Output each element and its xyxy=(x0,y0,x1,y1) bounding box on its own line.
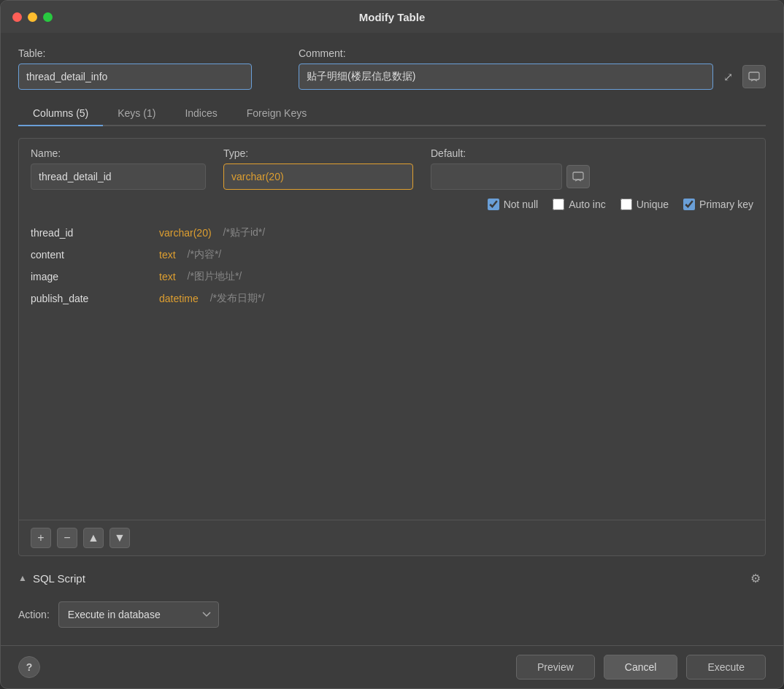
help-button[interactable]: ? xyxy=(18,656,40,678)
checkboxes-row: Not null Auto inc Unique Primary key xyxy=(19,196,765,219)
preview-button[interactable]: Preview xyxy=(516,655,595,680)
type-field-group: Type: xyxy=(223,147,413,190)
top-row: Table: Comment: ⤢ xyxy=(18,47,766,90)
move-up-button[interactable]: ▲ xyxy=(83,528,104,548)
collapse-arrow[interactable]: ▲ xyxy=(18,573,27,583)
remove-column-button[interactable]: − xyxy=(57,528,77,548)
move-down-button[interactable]: ▼ xyxy=(109,528,130,548)
tabs: Columns (5) Keys (1) Indices Foreign Key… xyxy=(18,101,766,126)
column-default-input[interactable] xyxy=(431,163,562,190)
tab-columns[interactable]: Columns (5) xyxy=(18,101,103,125)
close-button[interactable] xyxy=(12,12,22,22)
auto-inc-checkbox[interactable]: Auto inc xyxy=(553,199,606,210)
svg-rect-1 xyxy=(573,172,583,180)
table-label: Table: xyxy=(18,47,281,59)
not-null-checkbox[interactable]: Not null xyxy=(488,199,538,210)
table-row[interactable]: publish_date datetime /*发布日期*/ xyxy=(31,288,753,309)
cancel-button[interactable]: Cancel xyxy=(604,655,678,680)
tab-keys[interactable]: Keys (1) xyxy=(103,101,170,125)
minimize-button[interactable] xyxy=(28,12,37,22)
expand-icon[interactable]: ⤢ xyxy=(718,66,738,87)
svg-rect-0 xyxy=(749,72,759,80)
unique-checkbox[interactable]: Unique xyxy=(620,199,669,210)
traffic-lights xyxy=(12,12,53,22)
sql-title: SQL Script xyxy=(33,572,85,585)
sql-section: ▲ SQL Script ⚙ Action: Execute in databa… xyxy=(18,565,766,631)
data-rows: thread_id varchar(20) /*贴子id*/ content t… xyxy=(19,219,765,520)
comment-label: Comment: xyxy=(299,47,766,59)
comment-field-row: ⤢ xyxy=(299,63,766,90)
comment-input[interactable] xyxy=(299,63,713,90)
default-field-group: Default: xyxy=(431,147,591,190)
table-row[interactable]: thread_id varchar(20) /*贴子id*/ xyxy=(31,222,753,244)
sql-header: ▲ SQL Script ⚙ xyxy=(18,565,766,591)
window-title: Modify Table xyxy=(359,11,426,23)
name-field-label: Name: xyxy=(31,147,206,159)
action-row: Action: Execute in database Preview only… xyxy=(18,598,766,631)
default-input-row xyxy=(431,163,591,190)
column-fields: Name: Type: Default: xyxy=(19,139,765,196)
execute-button[interactable]: Execute xyxy=(686,655,766,680)
maximize-button[interactable] xyxy=(43,12,53,22)
tab-indices[interactable]: Indices xyxy=(170,101,231,125)
column-name-input[interactable] xyxy=(31,163,206,190)
type-field-label: Type: xyxy=(223,147,413,159)
action-buttons: Preview Cancel Execute xyxy=(516,655,766,680)
main-content: Table: Comment: ⤢ xyxy=(1,33,783,645)
name-field-group: Name: xyxy=(31,147,206,190)
add-column-button[interactable]: + xyxy=(31,528,51,548)
column-type-input[interactable] xyxy=(223,163,413,190)
sql-settings-button[interactable]: ⚙ xyxy=(745,568,766,588)
comment-icon-btn[interactable] xyxy=(742,65,766,88)
table-row[interactable]: content text /*内容*/ xyxy=(31,244,753,266)
titlebar: Modify Table xyxy=(1,1,783,33)
table-row[interactable]: image text /*图片地址*/ xyxy=(31,266,753,288)
comment-group: Comment: ⤢ xyxy=(299,47,766,90)
editor-section: Name: Type: Default: xyxy=(18,138,766,556)
default-field-label: Default: xyxy=(431,147,591,159)
action-select[interactable]: Execute in database Preview only Save to… xyxy=(58,601,219,628)
bottom-bar: ? Preview Cancel Execute xyxy=(1,645,783,688)
table-name-group: Table: xyxy=(18,47,281,90)
default-comment-btn[interactable] xyxy=(566,165,590,188)
table-name-input[interactable] xyxy=(18,63,252,90)
modify-table-window: Modify Table Table: Comment: ⤢ xyxy=(0,0,784,689)
sql-title-row: ▲ SQL Script xyxy=(18,572,106,585)
action-label: Action: xyxy=(18,609,50,620)
tab-foreign-keys[interactable]: Foreign Keys xyxy=(232,101,321,125)
primary-key-checkbox[interactable]: Primary key xyxy=(683,199,753,210)
column-toolbar: + − ▲ ▼ xyxy=(19,520,765,555)
